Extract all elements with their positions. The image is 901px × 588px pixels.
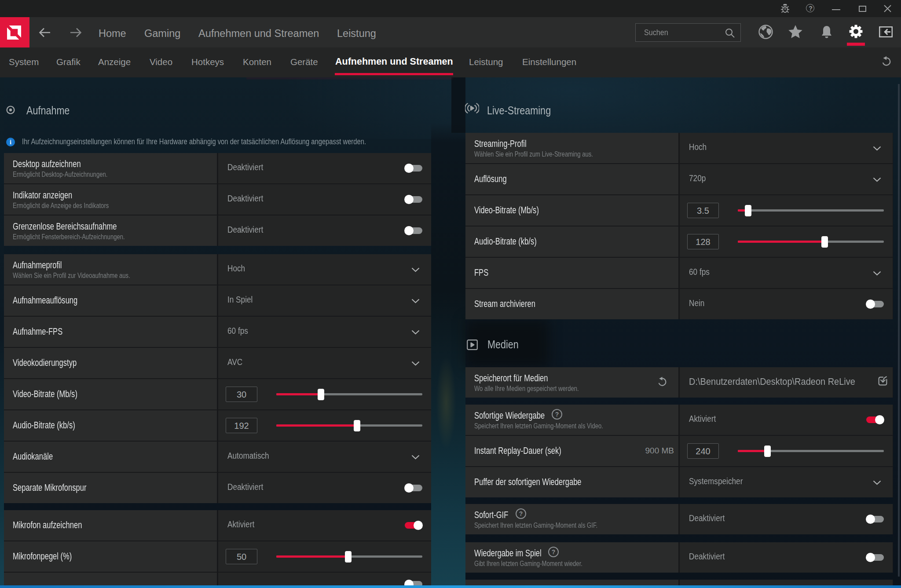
svg-text:i: i: [10, 139, 11, 146]
